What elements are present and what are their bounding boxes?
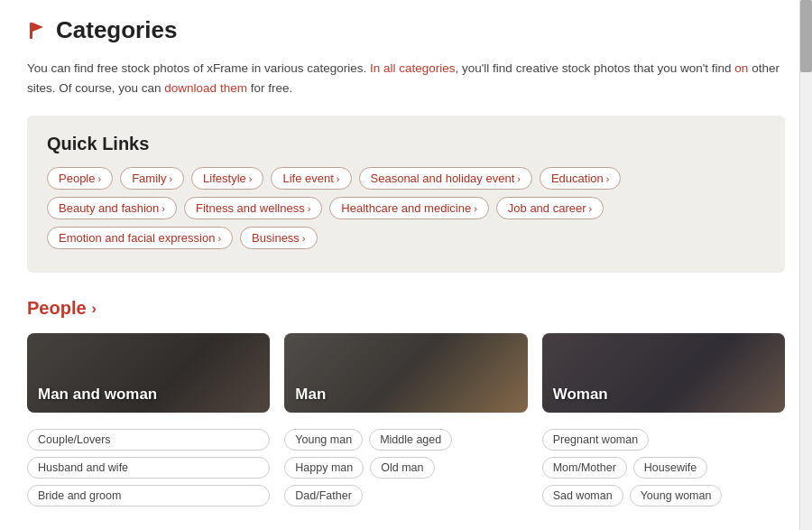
sub-tag-sad-woman[interactable]: Sad woman <box>542 485 623 507</box>
tag-beauty-arrow: › <box>161 203 165 214</box>
people-section-arrow[interactable]: › <box>92 301 97 317</box>
sub-tags-row-pregnant: Pregnant woman <box>542 429 785 451</box>
tag-job-career[interactable]: Job and career › <box>496 197 604 219</box>
card-man[interactable]: Man <box>284 333 527 413</box>
tag-healthcare[interactable]: Healthcare and medicine › <box>329 197 488 219</box>
sub-tag-mom-mother[interactable]: Mom/Mother <box>542 457 627 479</box>
page-wrapper: Categories You can find free stock photo… <box>0 0 812 525</box>
people-section-title[interactable]: People <box>27 298 87 319</box>
tag-people-arrow: › <box>97 173 101 184</box>
tag-people[interactable]: People › <box>47 167 113 190</box>
intro-text: You can find free stock photos of xFrame… <box>27 59 785 98</box>
sub-tag-middle-aged[interactable]: Middle aged <box>369 429 452 451</box>
tags-row-2: Beauty and fashion › Fitness and wellnes… <box>47 197 765 219</box>
sub-tags-row-young-middle: Young man Middle aged <box>284 429 527 451</box>
card-label-man-woman: Man and woman <box>27 377 270 413</box>
sub-tags-col-man: Young man Middle aged Happy man Old man … <box>284 429 527 507</box>
tag-beauty[interactable]: Beauty and fashion › <box>47 197 177 219</box>
card-label-man: Man <box>284 377 527 413</box>
tag-education[interactable]: Education › <box>540 167 622 190</box>
sub-tag-dad-father[interactable]: Dad/Father <box>284 485 363 507</box>
tags-row-3: Emotion and facial expression › Business… <box>47 227 765 249</box>
tag-emotion-arrow: › <box>217 233 221 244</box>
sub-tag-husband-wife[interactable]: Husband and wife <box>27 457 270 479</box>
sub-tag-bride-groom[interactable]: Bride and groom <box>27 485 270 507</box>
tag-lifestyle-arrow: › <box>249 173 253 184</box>
card-bg-man: Man <box>284 333 527 413</box>
tag-emotion[interactable]: Emotion and facial expression › <box>47 227 233 249</box>
sub-tag-happy-man[interactable]: Happy man <box>284 457 364 479</box>
sub-tags-row-sad-young: Sad woman Young woman <box>542 485 785 507</box>
tag-job-career-arrow: › <box>589 203 593 214</box>
quick-links-title: Quick Links <box>47 134 765 154</box>
svg-rect-0 <box>30 23 32 39</box>
sub-tags-col-woman: Pregnant woman Mom/Mother Housewife Sad … <box>542 429 785 507</box>
card-man-woman[interactable]: Man and woman <box>27 333 270 413</box>
tag-family[interactable]: Family › <box>120 167 184 190</box>
sub-tag-pregnant-woman[interactable]: Pregnant woman <box>542 429 650 451</box>
tag-lifestyle[interactable]: Lifestyle › <box>191 167 263 190</box>
tag-family-arrow: › <box>169 173 172 184</box>
svg-marker-1 <box>32 23 43 32</box>
tag-seasonal[interactable]: Seasonal and holiday event › <box>359 167 532 190</box>
intro-link-download[interactable]: download them <box>164 81 247 95</box>
flag-icon <box>27 21 47 41</box>
intro-link-all-categories[interactable]: In all categories <box>370 61 456 75</box>
page-header: Categories <box>27 16 785 44</box>
sub-tags-row-mom-housewife: Mom/Mother Housewife <box>542 457 785 479</box>
quick-links-box: Quick Links People › Family › Lifestyle … <box>27 116 785 273</box>
card-bg-man-woman: Man and woman <box>27 333 270 413</box>
tag-life-event-arrow: › <box>337 173 340 184</box>
tag-business[interactable]: Business › <box>240 227 317 249</box>
tag-fitness[interactable]: Fitness and wellness › <box>184 197 322 219</box>
sub-tag-young-man[interactable]: Young man <box>284 429 363 451</box>
sub-tag-young-woman[interactable]: Young woman <box>630 485 723 507</box>
intro-link-on[interactable]: on <box>734 61 748 75</box>
sub-tags-grid: Couple/Lovers Husband and wife Bride and… <box>27 429 785 507</box>
sub-tag-housewife[interactable]: Housewife <box>633 457 707 479</box>
card-label-woman: Woman <box>542 377 785 413</box>
sub-tags-row-dad: Dad/Father <box>284 485 527 507</box>
sub-tag-couple[interactable]: Couple/Lovers <box>27 429 270 451</box>
cards-grid: Man and woman Man Woman <box>27 333 785 413</box>
tag-fitness-arrow: › <box>308 203 311 214</box>
card-bg-woman: Woman <box>542 333 785 413</box>
card-woman[interactable]: Woman <box>542 333 785 413</box>
sub-tag-old-man[interactable]: Old man <box>370 457 434 479</box>
tag-life-event[interactable]: Life event › <box>271 167 351 190</box>
tag-seasonal-arrow: › <box>517 173 521 184</box>
section-header-people: People › <box>27 298 785 319</box>
page-title: Categories <box>56 16 177 44</box>
tag-education-arrow: › <box>606 173 610 184</box>
tags-row-1: People › Family › Lifestyle › Life event… <box>47 167 765 190</box>
tag-business-arrow: › <box>302 233 306 244</box>
sub-tags-row-happy-old: Happy man Old man <box>284 457 527 479</box>
sub-tags-col-man-woman: Couple/Lovers Husband and wife Bride and… <box>27 429 270 507</box>
tag-healthcare-arrow: › <box>474 203 477 214</box>
